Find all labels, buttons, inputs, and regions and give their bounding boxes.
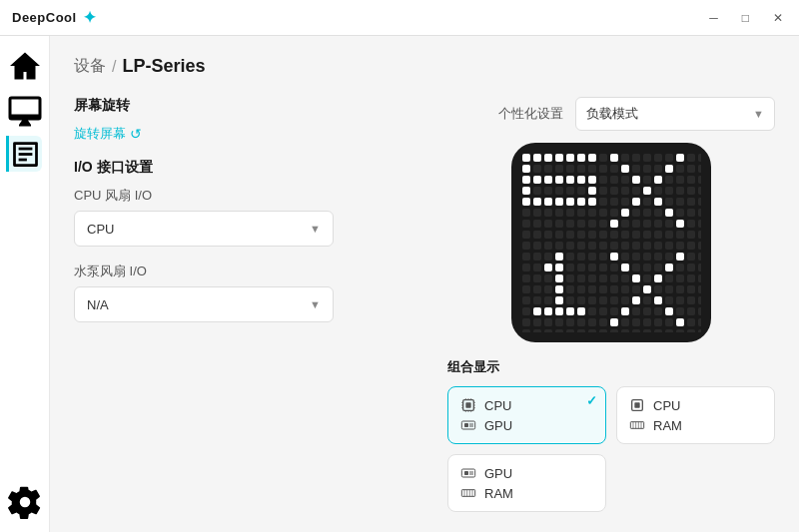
personalization-label: 个性化设置: [498, 105, 563, 123]
svg-rect-43: [544, 264, 552, 271]
cpu-fan-select[interactable]: CPU ▼: [74, 211, 334, 247]
io-settings-title: I/O 接口设置: [74, 159, 423, 177]
svg-rect-35: [643, 187, 651, 195]
svg-rect-85: [634, 402, 639, 407]
svg-rect-26: [566, 198, 574, 206]
water-pump-label: 水泵风扇 I/O: [74, 263, 423, 280]
svg-rect-15: [544, 176, 552, 184]
svg-rect-86: [630, 422, 643, 429]
svg-rect-92: [464, 471, 468, 475]
device-icon: [9, 138, 42, 171]
combo-gpu2-label: GPU: [484, 466, 512, 481]
svg-rect-60: [632, 296, 640, 304]
combo-row-cpu2: CPU: [629, 397, 762, 413]
svg-rect-62: [621, 307, 629, 315]
sidebar-item-device[interactable]: [6, 136, 42, 172]
svg-rect-12: [522, 165, 530, 173]
svg-rect-67: [465, 402, 470, 407]
screen-rotation-title: 屏幕旋转: [74, 97, 423, 115]
combo-row-gpu2: GPU: [460, 465, 593, 481]
svg-rect-20: [522, 187, 530, 195]
monitor-icon: [7, 92, 43, 128]
cpu-fan-chevron-icon: ▼: [310, 223, 321, 235]
combo-ram2-label: RAM: [484, 486, 513, 501]
svg-rect-17: [566, 176, 574, 184]
cpu-icon-2: [629, 397, 645, 413]
ram-icon-2: [460, 485, 476, 501]
sidebar-item-settings[interactable]: [7, 484, 43, 520]
svg-rect-47: [555, 296, 563, 304]
svg-rect-65: [676, 318, 684, 326]
window-controls: ─ □ ✕: [705, 9, 787, 27]
svg-rect-46: [555, 285, 563, 293]
cpu-fan-label: CPU 风扇 I/O: [74, 187, 423, 205]
combo-row-gpu: GPU: [460, 417, 593, 433]
personalization-row: 个性化设置 负载模式 ▼: [447, 97, 775, 131]
cpu-fan-section: CPU 风扇 I/O CPU ▼: [74, 187, 423, 247]
gear-icon: [7, 484, 43, 520]
main-content: 设备 / LP-Series 屏幕旋转 旋转屏幕 ↺ I/O 接口设置 CPU …: [50, 36, 799, 532]
svg-rect-34: [654, 176, 662, 184]
gpu-icon: [460, 417, 476, 433]
lcd-display: [521, 153, 701, 332]
breadcrumb-current: LP-Series: [122, 56, 205, 77]
svg-rect-38: [621, 209, 629, 217]
combo-card-cpu-ram[interactable]: CPU RAM: [616, 386, 775, 444]
svg-rect-44: [555, 264, 563, 271]
combo-card-cpu-gpu[interactable]: CPU GPU: [447, 386, 606, 444]
svg-rect-5: [522, 154, 530, 162]
svg-rect-2: [19, 158, 27, 161]
svg-rect-16: [555, 176, 563, 184]
svg-rect-59: [643, 285, 651, 293]
app-body: 设备 / LP-Series 屏幕旋转 旋转屏幕 ↺ I/O 接口设置 CPU …: [0, 36, 799, 532]
breadcrumb: 设备 / LP-Series: [74, 56, 775, 77]
water-pump-select[interactable]: N/A ▼: [74, 286, 334, 322]
rotate-screen-link[interactable]: 旋转屏幕 ↺: [74, 125, 423, 143]
rotate-icon: ↺: [130, 126, 142, 142]
svg-rect-95: [461, 490, 474, 497]
combo-row-ram2: RAM: [460, 485, 593, 501]
close-button[interactable]: ✕: [769, 9, 787, 27]
svg-rect-40: [610, 220, 618, 228]
combo-row-cpu: CPU: [460, 397, 593, 413]
svg-rect-61: [654, 296, 662, 304]
svg-rect-8: [555, 154, 563, 162]
svg-rect-63: [665, 307, 673, 315]
svg-rect-57: [632, 274, 640, 282]
svg-rect-6: [533, 154, 541, 162]
combo-cpu2-label: CPU: [653, 398, 680, 413]
sidebar-item-home[interactable]: [7, 48, 43, 84]
svg-rect-21: [588, 187, 596, 195]
svg-rect-64: [610, 318, 618, 326]
maximize-button[interactable]: □: [738, 9, 753, 27]
combo-cpu-label: CPU: [484, 398, 511, 413]
sidebar-item-monitor[interactable]: [7, 92, 43, 128]
svg-rect-9: [566, 154, 574, 162]
svg-rect-37: [654, 198, 662, 206]
combo-row-ram: RAM: [629, 417, 762, 433]
svg-rect-22: [522, 198, 530, 206]
svg-rect-7: [544, 154, 552, 162]
app-name: DeepCool: [12, 10, 77, 25]
svg-rect-11: [588, 154, 596, 162]
combo-gpu-label: GPU: [484, 418, 512, 433]
sidebar: [0, 36, 50, 532]
svg-rect-29: [610, 154, 618, 162]
rotate-link-text: 旋转屏幕: [74, 125, 126, 143]
svg-rect-48: [533, 307, 541, 315]
water-pump-chevron-icon: ▼: [310, 298, 321, 310]
cpu-icon: [460, 397, 476, 413]
minimize-button[interactable]: ─: [705, 9, 722, 27]
svg-rect-33: [632, 176, 640, 184]
svg-rect-24: [544, 198, 552, 206]
svg-rect-28: [588, 198, 596, 206]
personalization-select[interactable]: 负载模式 ▼: [575, 97, 775, 131]
combo-ram-label: RAM: [653, 418, 682, 433]
combination-grid: CPU GPU: [447, 386, 775, 512]
svg-rect-10: [577, 154, 585, 162]
combo-card-gpu-ram[interactable]: GPU RAM: [447, 454, 606, 512]
breadcrumb-parent: 设备: [74, 56, 106, 77]
svg-rect-51: [566, 307, 574, 315]
gpu-icon-2: [460, 465, 476, 481]
svg-rect-32: [665, 165, 673, 173]
